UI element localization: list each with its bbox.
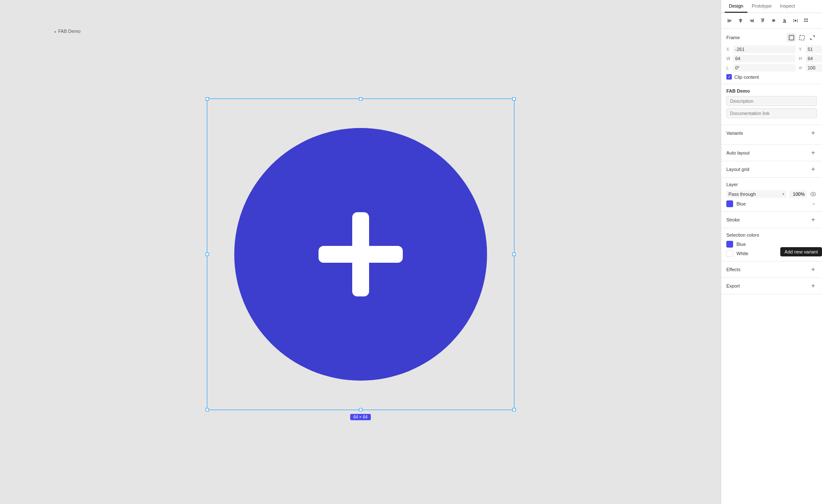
fab-circle[interactable] [234,128,487,381]
frame-label-text: FAB Demo [58,29,80,34]
opacity-input[interactable] [806,64,822,72]
stroke-header: Stroke + [726,216,817,224]
y-label: Y [799,47,804,52]
doc-link-input[interactable] [726,108,817,118]
frame-props-grid: X Y W H L ⟳ [726,45,817,72]
effects-header: Effects + [726,266,817,273]
svg-rect-25 [789,35,794,40]
align-top-btn[interactable] [758,16,768,26]
h-input[interactable] [806,55,822,62]
frame-type-component[interactable] [797,33,806,42]
svg-rect-14 [774,19,775,22]
opacity-icon: ⟳ [799,66,804,70]
panel-tabs: Design Prototype Inspect [721,0,822,13]
layer-section: Layer Pass through ▾ Blue − [721,178,822,212]
svg-rect-22 [806,19,808,20]
description-input[interactable] [726,96,817,106]
tab-prototype[interactable]: Prototype [747,0,776,13]
handle-bm[interactable] [359,408,362,411]
frame-wrapper: 64 × 64 [207,99,514,410]
add-stroke-btn[interactable]: + [809,216,817,224]
layout-grid-section: Layout grid + [721,161,822,178]
export-header: Export + [726,282,817,290]
l-label: L [726,66,731,70]
svg-rect-17 [785,20,786,22]
add-auto-layout-btn[interactable]: + [809,149,817,157]
handle-tr[interactable] [512,97,516,101]
fill-item: Blue − [726,200,817,207]
layer-title: Layer [726,182,817,187]
add-effect-btn[interactable]: + [809,266,817,273]
tab-inspect[interactable]: Inspect [776,0,799,13]
white-swatch[interactable] [726,250,733,257]
svg-rect-0 [728,19,728,22]
handle-tm[interactable] [359,97,362,101]
x-input[interactable] [733,45,795,53]
add-variant-btn[interactable]: + [809,129,817,137]
svg-rect-7 [750,20,753,21]
blend-mode-selector[interactable]: Pass through ▾ [726,190,787,198]
frame-type-frame[interactable] [787,33,796,42]
clip-content-label: Clip content [734,75,759,80]
svg-rect-18 [793,19,794,22]
blue-label: Blue [736,242,817,247]
tab-design[interactable]: Design [725,0,747,13]
opacity-field[interactable] [789,190,807,198]
visibility-toggle[interactable] [809,190,817,198]
export-label: Export [726,283,740,288]
h-label: H [799,56,804,61]
x-label: X [726,47,731,52]
variants-label: Variants [726,131,743,136]
clip-content-checkbox[interactable] [726,74,732,80]
add-layout-grid-btn[interactable]: + [809,165,817,173]
remove-fill-btn[interactable]: − [810,200,817,207]
align-center-v-btn[interactable] [768,16,779,26]
align-bottom-btn[interactable] [779,16,790,26]
blend-mode-label: Pass through [728,192,756,197]
frame-section: Frame [721,29,822,84]
frame-box[interactable] [207,99,514,410]
frame-type-buttons [787,33,817,42]
svg-rect-23 [804,21,806,22]
y-input[interactable] [806,45,822,53]
size-label: 64 × 64 [350,414,371,420]
align-center-h-btn[interactable] [736,16,746,26]
svg-rect-2 [728,21,731,22]
rotation-input[interactable] [733,64,795,72]
auto-layout-section: Auto layout + [721,145,822,161]
svg-rect-5 [739,21,742,21]
effects-section: Effects + [721,261,822,278]
handle-mr[interactable] [512,253,516,256]
svg-rect-4 [739,19,742,20]
frame-label: ⬧ FAB Demo [54,29,80,34]
svg-rect-26 [800,35,804,40]
fill-color-swatch[interactable] [726,200,733,207]
w-input[interactable] [733,55,795,62]
clip-content-row: Clip content [726,74,817,80]
component-icon: ⬧ [54,29,56,34]
effects-label: Effects [726,267,740,272]
distribute-btn[interactable] [790,16,801,26]
svg-point-29 [812,193,814,195]
align-right-btn[interactable] [747,16,757,26]
right-panel: Design Prototype Inspect [721,0,822,504]
stroke-label: Stroke [726,217,740,222]
svg-rect-13 [773,19,774,22]
handle-br[interactable] [512,408,516,411]
add-export-btn[interactable]: + [809,282,817,290]
handle-bl[interactable] [206,408,209,411]
svg-rect-16 [784,19,785,22]
handle-ml[interactable] [206,253,209,256]
handle-tl[interactable] [206,97,209,101]
layer-row: Pass through ▾ [726,190,817,198]
w-label: W [726,56,731,61]
export-section: Export + [721,278,822,294]
selection-colors-title: Selection colors [726,232,817,237]
white-label: White [736,251,817,256]
blue-swatch[interactable] [726,241,733,248]
frame-resize-btn[interactable] [808,33,817,42]
align-left-btn[interactable] [725,16,735,26]
layer-label: Layer [726,182,738,187]
variants-section: Variants + Add new variant [721,125,822,145]
tidy-up-btn[interactable] [801,16,811,26]
